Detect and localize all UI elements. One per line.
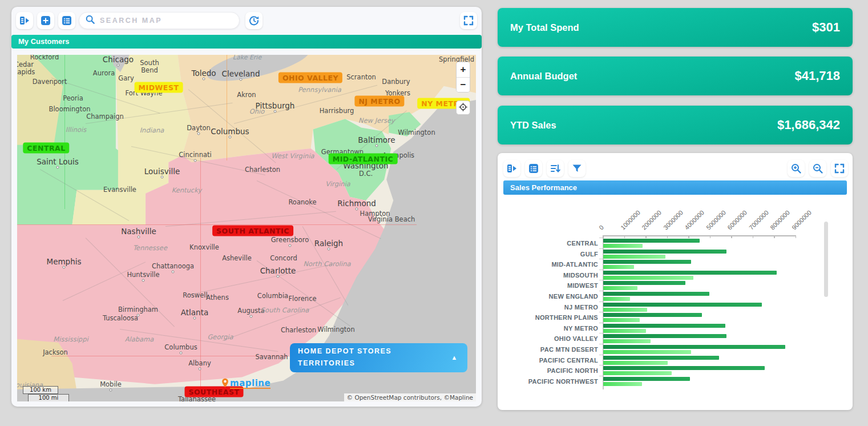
category-label-ny-metro: NY METRO [501, 325, 598, 332]
scale-bar-km: 100 km [23, 386, 58, 394]
kpi-value: $301 [812, 20, 840, 35]
kpi-value: $41,718 [794, 69, 840, 83]
chart-title: Sales Performance [503, 180, 847, 195]
zoom-out-button[interactable]: − [457, 77, 470, 92]
bar-dark-green-pacific-north [603, 366, 765, 370]
legend-line-1: HOME DEPOT STORES [298, 347, 459, 355]
bar-light-green-pacific-north [603, 371, 672, 375]
fullscreen-button[interactable] [460, 12, 477, 29]
chart-scrollbar-thumb[interactable] [824, 222, 828, 297]
map-gridline [64, 55, 65, 209]
bar-light-green-pacific-northwest [603, 382, 642, 386]
city-dot [328, 248, 330, 251]
mapline-dashboard: My Customers ChicagoToledoClevelandColum… [0, 0, 868, 426]
map-toolbar [11, 7, 482, 34]
history-button[interactable] [245, 12, 263, 29]
x-tick-label: 1000000 [619, 209, 642, 232]
city-dot [172, 271, 175, 274]
filter-button[interactable] [568, 160, 586, 177]
list-icon [528, 163, 539, 174]
search-map-input[interactable] [100, 17, 233, 25]
category-label-northern-plains: NORTHERN PLAINS [501, 314, 598, 321]
category-label-mid-atlantic: MID-ATLANTIC [501, 261, 598, 268]
kpi-value: $1,686,342 [777, 118, 840, 132]
filter-icon [571, 163, 583, 174]
x-tick-label: 2000000 [640, 209, 663, 232]
city-dot [229, 136, 232, 139]
collapse-panel-icon [506, 163, 518, 174]
x-tick-label: 0 [597, 224, 605, 232]
bar-light-green-gulf [603, 255, 665, 259]
city-dot [374, 218, 377, 221]
x-tick-label: 4000000 [683, 209, 706, 232]
bar-light-green-nj-metro [603, 308, 647, 312]
city-dot [376, 144, 378, 147]
list-button[interactable] [58, 12, 75, 29]
bar-dark-green-pacific-central [603, 356, 719, 360]
bar-dark-green-midsouth [603, 271, 777, 275]
category-label-midwest: MIDWEST [501, 282, 598, 289]
city-dot [199, 368, 201, 371]
zoom-in-button[interactable] [788, 160, 805, 177]
city-dot [289, 244, 292, 247]
zoom-out-icon [812, 163, 823, 174]
territory-label-ohio-valley: OHIO VALLEY [278, 73, 342, 83]
locate-button[interactable] [456, 101, 470, 115]
category-label-new-england: NEW ENGLAND [501, 293, 598, 300]
map-legend-toggle[interactable]: HOME DEPOT STORES TERRITORIES ▲ [290, 343, 467, 372]
bar-light-green-ny-metro [603, 329, 646, 333]
bar-dark-green-gulf [603, 250, 726, 254]
kpi-label: My Total Spend [510, 22, 579, 33]
bar-dark-green-pac-mtn-desert [603, 345, 785, 349]
category-label-pacific-north: PACIFIC NORTH [501, 367, 598, 374]
bar-light-green-pacific-central [603, 361, 668, 365]
fullscreen-button[interactable] [831, 160, 848, 177]
fullscreen-icon [834, 163, 845, 174]
city-dot [274, 110, 277, 113]
map-panel-title: My Customers [11, 35, 482, 49]
scale-bar-mi: 100 mi [28, 394, 69, 401]
fullscreen-icon [463, 15, 474, 26]
bar-light-green-northern-plains [603, 318, 640, 322]
kpi-label: YTD Sales [510, 120, 556, 131]
territory-label-nj-metro: NJ METRO [354, 96, 404, 107]
list-button[interactable] [525, 160, 542, 177]
category-label-pacific-northwest: PACIFIC NORTHWEST [501, 378, 598, 385]
bar-light-green-midsouth [603, 276, 693, 280]
kpi-card-my-total-spend: My Total Spend$301 [498, 8, 853, 47]
add-button[interactable] [37, 12, 54, 29]
category-label-pac-mtn-desert: PAC MTN DESERT [501, 346, 598, 353]
city-dot [142, 279, 145, 282]
bar-dark-green-pacific-northwest [603, 377, 690, 381]
bar-dark-green-ohio-valley [603, 334, 726, 338]
add-icon [40, 15, 51, 26]
territory-label-south-atlantic: SOUTH ATLANTIC [212, 226, 293, 236]
city-dot [356, 208, 358, 211]
zoom-in-button[interactable]: + [457, 62, 470, 77]
search-map-field[interactable] [79, 12, 240, 29]
map-canvas[interactable]: ChicagoToledoClevelandColumbusPittsburgh… [17, 55, 476, 401]
x-axis [603, 235, 796, 236]
sort-button[interactable] [547, 160, 564, 177]
city-dot [180, 352, 183, 355]
x-tick-label: 3000000 [662, 209, 685, 232]
zoom-out-button[interactable] [809, 160, 826, 177]
sort-icon [550, 163, 561, 174]
bar-light-green-mid-atlantic [603, 265, 634, 269]
category-label-central: CENTRAL [501, 240, 598, 247]
x-tick-label: 9000000 [790, 209, 813, 232]
city-dot [203, 78, 205, 81]
x-tick-label: 6000000 [726, 209, 749, 232]
map-zoom-control: + − [456, 62, 470, 93]
mapline-watermark: mapline [221, 378, 271, 390]
collapse-panel-button[interactable] [503, 160, 520, 177]
chart-panel: Sales Performance 0100000020000003000000… [498, 153, 853, 410]
bar-light-green-new-england [603, 297, 630, 301]
city-dot [56, 166, 59, 169]
category-label-nj-metro: NJ METRO [501, 304, 598, 311]
collapse-triangle-icon: ▲ [451, 354, 458, 361]
sales-performance-chart: 0100000020000003000000400000050000006000… [498, 195, 853, 410]
collapse-panel-button[interactable] [16, 12, 33, 29]
bar-light-green-midwest [603, 286, 637, 290]
city-dot [137, 314, 140, 317]
